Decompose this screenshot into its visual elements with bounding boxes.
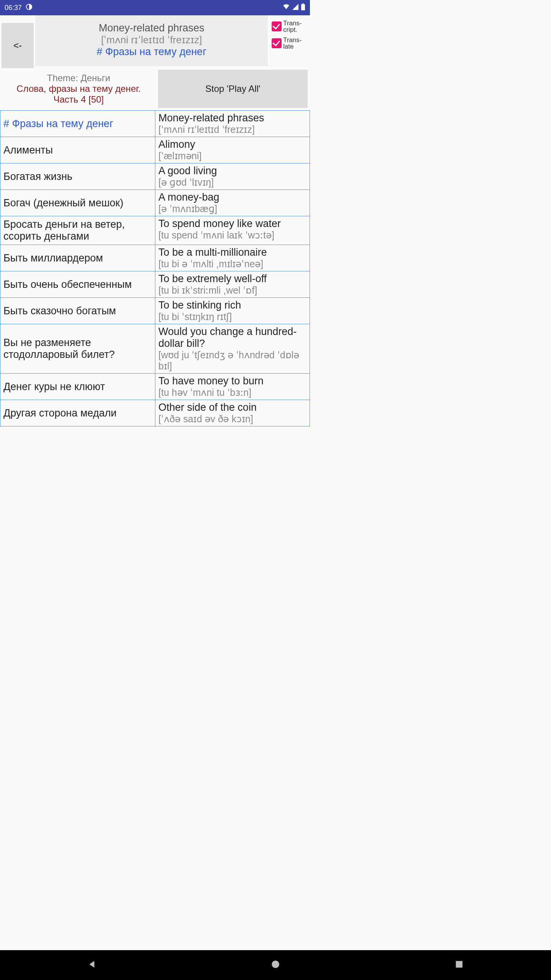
table-row[interactable]: Быть сказочно богатымTo be stinking rich… <box>0 297 310 324</box>
russian-text: Быть очень обеспеченным <box>3 279 132 291</box>
english-text: To be extremely well-off <box>158 273 306 285</box>
english-text: A good living <box>158 165 306 177</box>
transcript-checkbox-row[interactable]: Trans-cript. <box>272 20 308 33</box>
russian-text: Бросать деньги на ветер, ссорить деньгам… <box>3 219 152 242</box>
table-row[interactable]: # Фразы на тему денегMoney-related phras… <box>0 110 310 137</box>
ipa-text: [wʊd ju ˈtʃeɪndʒ ə ˈhʌndrəd ˈdɒlə bɪl] <box>158 350 306 372</box>
theme-label: Theme: Деньги <box>4 73 153 83</box>
table-row[interactable]: Быть миллиардеромTo be a multi-millionai… <box>0 245 310 271</box>
table-row[interactable]: Бросать деньги на ветер, ссорить деньгам… <box>0 216 310 245</box>
ipa-text: [ˈmʌni rɪˈleɪtɪd ˈfreɪzɪz] <box>158 124 306 135</box>
english-cell: Would you change a hundred-dollar bill?[… <box>155 324 310 373</box>
signal-icon <box>292 4 298 12</box>
options-panel: Trans-cript. Trans-late <box>269 15 310 54</box>
russian-cell: Быть сказочно богатым <box>0 298 155 324</box>
theme-description: Слова, фразы на тему денег. Часть 4 [50] <box>4 83 153 105</box>
english-text: A money-bag <box>158 191 306 203</box>
english-cell: To be extremely well-off[tu bi ɪkˈstriːm… <box>155 271 310 297</box>
status-time: 06:37 <box>5 4 22 12</box>
english-text: Would you change a hundred-dollar bill? <box>158 326 306 350</box>
english-cell: To have money to burn[tu həv ˈmʌni tu ˈb… <box>155 374 310 400</box>
russian-cell: Денег куры не клюют <box>0 374 155 400</box>
russian-text: Денег куры не клюют <box>3 381 105 393</box>
russian-text: # Фразы на тему денег <box>3 118 113 130</box>
english-cell: A good living[ə ɡʊd ˈlɪvɪŋ] <box>155 163 310 189</box>
ipa-text: [tu bi ˈstɪŋkɪŋ rɪtʃ] <box>158 311 306 322</box>
russian-cell: Богач (денежный мешок) <box>0 190 155 216</box>
ipa-text: [ə ɡʊd ˈlɪvɪŋ] <box>158 177 306 188</box>
table-row[interactable]: Быть очень обеспеченнымTo be extremely w… <box>0 271 310 297</box>
english-text: Other side of the coin <box>158 402 306 413</box>
back-button[interactable]: <- <box>2 23 34 68</box>
russian-cell: Быть очень обеспеченным <box>0 271 155 297</box>
table-row[interactable]: Вы не разменяете стодолларовый билет?Wou… <box>0 324 310 373</box>
wifi-icon <box>282 4 290 12</box>
english-text: To be a multi-millionaire <box>158 247 306 258</box>
english-cell: A money-bag[ə ˈmʌnɪbæɡ] <box>155 190 310 216</box>
english-cell: To spend money like water[tu spend ˈmʌni… <box>155 216 310 245</box>
svg-rect-1 <box>301 4 305 10</box>
table-row[interactable]: АлиментыAlimony[ˈælɪməni] <box>0 137 310 163</box>
english-text: To be stinking rich <box>158 299 306 311</box>
checkbox-checked-icon <box>272 38 282 48</box>
ipa-text: [ˈʌðə saɪd əv ðə kɔɪn] <box>158 413 306 425</box>
ipa-text: [ə ˈmʌnɪbæɡ] <box>158 203 306 214</box>
checkbox-checked-icon <box>272 21 282 31</box>
status-bar: 06:37 <box>0 0 310 15</box>
translate-checkbox-row[interactable]: Trans-late <box>272 37 308 50</box>
ipa-text: [ˈælɪməni] <box>158 150 306 162</box>
english-cell: Other side of the coin[ˈʌðə saɪd əv ðə k… <box>155 400 310 426</box>
russian-cell: Алименты <box>0 137 155 163</box>
russian-text: Быть сказочно богатым <box>3 305 116 317</box>
russian-cell: Вы не разменяете стодолларовый билет? <box>0 324 155 373</box>
russian-text: Вы не разменяете стодолларовый билет? <box>3 337 152 361</box>
russian-cell: # Фразы на тему денег <box>0 111 155 137</box>
ipa-text: [tu bi ɪkˈstriːmli ˌwel ˈɒf] <box>158 285 306 296</box>
status-app-icon <box>26 3 33 12</box>
english-text: Alimony <box>158 139 306 150</box>
stop-play-all-button[interactable]: Stop 'Play All' <box>158 70 308 108</box>
ipa-text: [tu həv ˈmʌni tu ˈbɜːn] <box>158 387 306 398</box>
title-block[interactable]: Money-related phrases [ˈmʌni rɪˈleɪtɪd ˈ… <box>35 15 268 66</box>
transcript-label: Trans-cript. <box>283 20 308 33</box>
russian-cell: Бросать деньги на ветер, ссорить деньгам… <box>0 216 155 245</box>
english-cell: Money-related phrases[ˈmʌni rɪˈleɪtɪd ˈf… <box>155 111 310 137</box>
english-text: Money-related phrases <box>158 112 306 124</box>
russian-text: Другая сторона медали <box>3 407 117 419</box>
russian-text: Быть миллиардером <box>3 252 103 264</box>
russian-cell: Быть миллиардером <box>0 245 155 271</box>
english-cell: To be a multi-millionaire[tu bi ə ˈmʌlti… <box>155 245 310 271</box>
russian-cell: Богатая жизнь <box>0 163 155 189</box>
russian-cell: Другая сторона медали <box>0 400 155 426</box>
english-cell: To be stinking rich[tu bi ˈstɪŋkɪŋ rɪtʃ] <box>155 298 310 324</box>
russian-text: Алименты <box>3 144 53 156</box>
table-row[interactable]: Богач (денежный мешок)A money-bag[ə ˈmʌn… <box>0 189 310 216</box>
russian-text: Богатая жизнь <box>3 171 72 183</box>
table-row[interactable]: Богатая жизньA good living[ə ɡʊd ˈlɪvɪŋ] <box>0 163 310 189</box>
english-cell: Alimony[ˈælɪməni] <box>155 137 310 163</box>
table-row[interactable]: Другая сторона медалиOther side of the c… <box>0 400 310 426</box>
ipa-text: [tu spend ˈmʌni laɪk ˈwɔːtə] <box>158 230 306 241</box>
english-text: To have money to burn <box>158 375 306 387</box>
theme-text: Theme: Деньги Слова, фразы на тему денег… <box>2 70 155 108</box>
theme-row: Theme: Деньги Слова, фразы на тему денег… <box>0 68 310 110</box>
header-area: <- Money-related phrases [ˈmʌni rɪˈleɪtɪ… <box>0 15 310 68</box>
title-english: Money-related phrases <box>43 22 260 34</box>
translate-label: Trans-late <box>283 37 308 50</box>
phrase-table: # Фразы на тему денегMoney-related phras… <box>0 110 310 426</box>
table-row[interactable]: Денег куры не клюютTo have money to burn… <box>0 373 310 400</box>
english-text: To spend money like water <box>158 218 306 230</box>
svg-rect-2 <box>302 3 304 4</box>
title-ipa: [ˈmʌni rɪˈleɪtɪd ˈfreɪzɪz] <box>43 34 260 46</box>
russian-text: Богач (денежный мешок) <box>3 197 123 209</box>
battery-icon <box>301 3 305 12</box>
title-russian: # Фразы на тему денег <box>43 46 260 58</box>
ipa-text: [tu bi ə ˈmʌlti ˌmɪlɪəˈneə] <box>158 258 306 270</box>
